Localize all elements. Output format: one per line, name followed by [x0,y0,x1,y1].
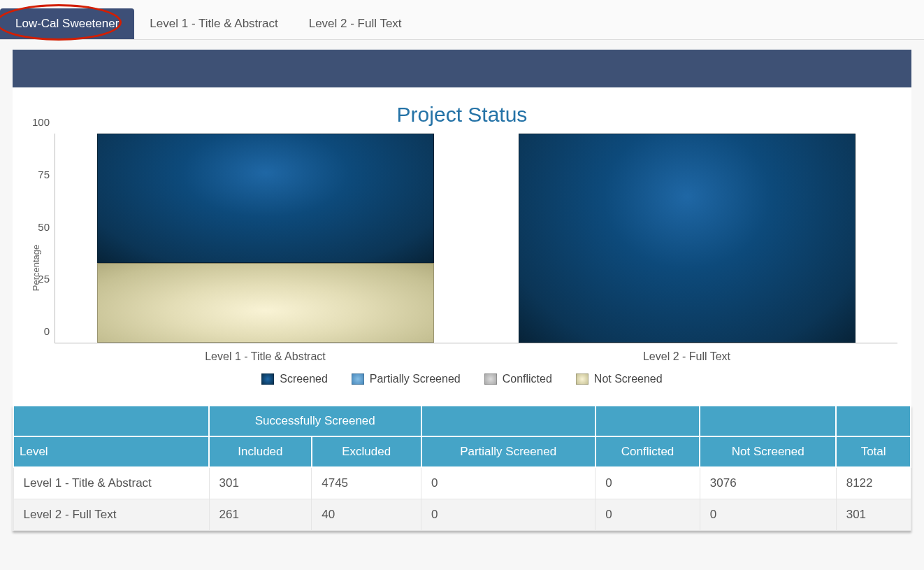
th-included: Included [209,436,312,467]
tab-label: Low-Cal Sweetener [15,17,119,30]
th-empty [13,406,209,436]
category-label: Level 2 - Full Text [518,350,855,363]
bar-seg-screened [97,134,434,263]
cell-excluded: 4745 [312,467,421,499]
chart-plot: 0 25 50 75 100 [55,134,897,343]
y-tick: 50 [29,220,50,232]
th-total: Total [836,436,911,467]
legend-label: Not Screened [594,373,663,385]
th-group-screened: Successfully Screened [209,406,421,436]
tab-label: Level 2 - Full Text [309,17,402,30]
table-row: Level 2 - Full Text 261 40 0 0 0 301 [13,499,911,531]
category-label: Level 1 - Title & Abstract [96,350,433,363]
th-notscreened: Not Screened [700,436,836,467]
cell-excluded: 40 [312,499,421,531]
cell-partial: 0 [421,499,595,531]
cell-conflicted: 0 [595,499,700,531]
legend-item-notscreened: Not Screened [576,373,663,385]
th-empty [836,406,911,436]
th-empty [421,406,595,436]
summary-table: Successfully Screened Level Included Exc… [13,405,911,531]
cell-partial: 0 [421,467,595,499]
tab-level-1[interactable]: Level 1 - Title & Abstract [134,8,293,39]
chart: Percentage 0 25 50 75 100 Level 1 - Titl… [13,131,911,405]
legend-item-screened: Screened [261,373,328,385]
legend: Screened Partially Screened Conflicted N… [27,367,897,405]
cell-total: 8122 [836,467,911,499]
bar-level-2 [519,134,856,343]
legend-label: Partially Screened [370,373,461,385]
cell-total: 301 [836,499,911,531]
page-title: Project Status [13,103,911,127]
th-excluded: Excluded [312,436,421,467]
cell-included: 301 [209,467,312,499]
bar-area [55,134,897,343]
cell-level: Level 2 - Full Text [13,499,209,531]
top-banner [13,50,911,87]
y-tick: 25 [29,273,50,285]
table-row: Level 1 - Title & Abstract 301 4745 0 0 … [13,467,911,499]
main-panel: Project Status Percentage 0 25 50 75 100 [13,50,911,531]
cell-level: Level 1 - Title & Abstract [13,467,209,499]
tab-level-2[interactable]: Level 2 - Full Text [294,8,417,39]
bar-seg-not-screened [97,263,434,343]
th-empty [595,406,700,436]
legend-swatch-icon [576,373,589,385]
y-tick: 75 [29,168,50,180]
th-partial: Partially Screened [421,436,595,467]
legend-item-partial: Partially Screened [352,373,461,385]
legend-swatch-icon [261,373,274,385]
project-tabs: Low-Cal Sweetener Level 1 - Title & Abst… [0,0,924,40]
y-tick: 0 [29,325,50,337]
legend-label: Conflicted [503,373,552,385]
cell-notscreened: 0 [700,499,836,531]
y-tick: 100 [29,116,50,128]
th-conflicted: Conflicted [595,436,700,467]
table-header-row: Level Included Excluded Partially Screen… [13,436,911,467]
legend-label: Screened [280,373,328,385]
th-level: Level [13,436,209,467]
cell-notscreened: 3076 [700,467,836,499]
table-header-row-groups: Successfully Screened [13,406,911,436]
legend-item-conflicted: Conflicted [484,373,552,385]
legend-swatch-icon [352,373,364,385]
cell-included: 261 [209,499,312,531]
bar-level-1 [97,134,434,343]
tab-label: Level 1 - Title & Abstract [150,17,277,30]
category-labels: Level 1 - Title & Abstract Level 2 - Ful… [55,343,897,367]
cell-conflicted: 0 [595,467,700,499]
legend-swatch-icon [484,373,497,385]
bar-seg-screened [519,134,856,343]
tab-project-active[interactable]: Low-Cal Sweetener [0,8,134,39]
th-empty [700,406,836,436]
